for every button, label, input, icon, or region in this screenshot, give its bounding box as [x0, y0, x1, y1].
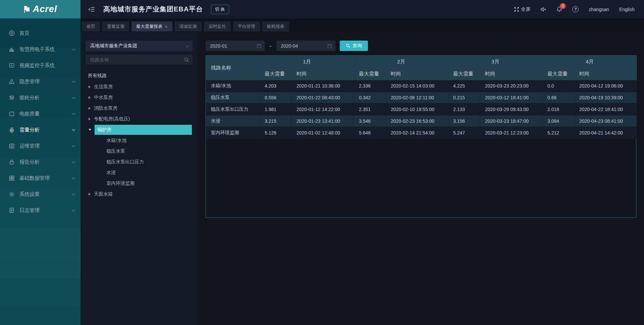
sidebar-item-energy-analysis[interactable]: 能耗分析	[0, 90, 80, 106]
tree-node-stabilized-pump[interactable]: 稳压水泵	[86, 146, 193, 157]
caret-right-icon[interactable]	[89, 193, 91, 196]
chevron-down-icon	[72, 160, 75, 163]
cell-time: 2020-04-19 10:39:00	[575, 92, 637, 104]
cell-line-name: 室内环境监测	[206, 127, 260, 139]
cell-demand: 4.225	[448, 80, 480, 92]
cell-demand: 3.156	[448, 115, 480, 127]
page-tabbar: 首页 需量监测 最大需量报表 × 谐波监测 实时监控 平台管理	[80, 18, 644, 32]
chevron-down-icon	[72, 47, 75, 50]
tab-harmonic-monitor[interactable]: 谐波监测	[175, 21, 202, 32]
smart-power-icon	[9, 46, 15, 52]
sidebar-item-video-monitor[interactable]: 视频监控子系统	[0, 57, 80, 73]
caret-right-icon[interactable]	[89, 118, 91, 120]
tab-energy-report[interactable]: 能耗报表	[262, 21, 289, 32]
table-row: 稳压水泵 0.556 2020-01-22 08:43:00 0.342 202…	[206, 92, 637, 104]
chevron-down-icon	[72, 208, 75, 211]
table-row: 水箱/水池 4.203 2020-01-21 10:36:00 2.336 20…	[206, 80, 637, 92]
menu-collapse-icon[interactable]	[87, 5, 96, 14]
col-header-demand: 最大需量	[260, 68, 292, 80]
caret-down-icon[interactable]	[89, 129, 91, 131]
max-demand-table: 线路名称 1月 2月 3月 4月 最大需量 时间 最大需量	[206, 55, 636, 218]
caret-right-icon[interactable]	[89, 86, 91, 88]
sidebar-label: 报告分析	[19, 159, 72, 165]
fullscreen-button[interactable]: 全屏	[514, 6, 530, 12]
cell-demand: 2.133	[448, 104, 480, 115]
base-data-icon	[9, 175, 15, 181]
calendar-icon	[257, 44, 261, 48]
cell-demand: 3.546	[354, 115, 386, 127]
tree-node-indoor-env[interactable]: 室内环境监测	[86, 178, 193, 189]
tab-realtime-monitor[interactable]: 实时监控	[204, 21, 231, 32]
tree-node-fire-pump[interactable]: 消防水泵房	[86, 103, 193, 114]
cell-demand: 5.247	[448, 127, 480, 139]
company-select[interactable]: 高地城市服务产业集团	[86, 41, 193, 51]
tab-max-demand-report[interactable]: 最大需量报表 ×	[131, 21, 172, 32]
tab-label: 平台管理	[238, 23, 255, 30]
sidebar-item-log[interactable]: 日志管理	[0, 202, 80, 218]
app-window: Acrel 高地城市服务产业集团EBA平台 切 换 全屏	[0, 0, 644, 325]
sidebar-item-operations[interactable]: 运维管理	[0, 138, 80, 154]
col-header-time: 时间	[386, 68, 448, 80]
notifications-button[interactable]: 0	[556, 6, 562, 12]
cell-time: 2020-02-10 19:55:00	[386, 104, 448, 115]
help-button[interactable]: ?	[572, 6, 579, 12]
search-icon[interactable]	[184, 57, 189, 62]
sidebar-item-home[interactable]: 首页	[0, 25, 80, 41]
sidebar-item-demand-analysis[interactable]: 需量分析	[0, 122, 80, 138]
selected-node-highlight: 锅炉房	[95, 125, 192, 135]
tree-node-water-tank[interactable]: 水箱/水池	[86, 135, 193, 146]
sidebar-label: 智慧用电子系统	[19, 46, 72, 53]
cell-demand: 2.018	[543, 104, 575, 115]
tree-node-boiler-room[interactable]: 锅炉房	[86, 124, 193, 135]
sidebar-item-power-quality[interactable]: 电能质量	[0, 106, 80, 122]
query-button[interactable]: 查询	[340, 41, 368, 51]
caret-right-icon[interactable]	[89, 96, 91, 99]
tab-platform-manage[interactable]: 平台管理	[233, 21, 260, 32]
sidebar-label: 视频监控子系统	[19, 62, 75, 69]
header-main: 高地城市服务产业集团EBA平台 切 换 全屏	[80, 0, 644, 18]
tree-node-roof-tank[interactable]: 天面水箱	[86, 189, 193, 200]
cell-demand: 0.556	[260, 92, 292, 104]
sidebar-label: 首页	[19, 30, 75, 37]
start-date-picker[interactable]: 2020-01	[206, 41, 265, 51]
tree-node-water-immersion[interactable]: 水浸	[86, 167, 193, 178]
sidebar-label: 运维管理	[19, 143, 72, 149]
tree-root-all-lines[interactable]: 所有线路	[86, 70, 193, 82]
language-switch[interactable]: English	[619, 7, 635, 12]
sidebar-item-hazard[interactable]: 隐患管理	[0, 73, 80, 90]
switch-button[interactable]: 切 换	[211, 5, 229, 14]
mute-button[interactable]	[540, 7, 546, 12]
cell-demand: 3.084	[543, 115, 575, 127]
sidebar-item-report-analysis[interactable]: 报告分析	[0, 154, 80, 170]
chevron-down-icon	[72, 111, 75, 115]
close-icon[interactable]: ×	[165, 24, 168, 29]
tab-demand-monitor[interactable]: 需量监测	[102, 21, 129, 32]
end-date-picker[interactable]: 2020-04	[276, 41, 335, 51]
cell-time: 2020-01-22 08:43:00	[292, 92, 354, 104]
tree-node-living-pump[interactable]: 生活泵房	[86, 82, 193, 92]
sidebar-item-base-data[interactable]: 基础数据管理	[0, 170, 80, 186]
tree-node-label: 稳压水泵出口压力	[106, 159, 144, 165]
cell-time: 2020-01-21 10:36:00	[292, 80, 354, 92]
tree-node-power-room[interactable]: 专配电房(高低压)	[86, 114, 193, 124]
cell-line-name: 稳压水泵出口压力	[206, 104, 260, 115]
video-monitor-icon	[9, 62, 15, 68]
cell-time: 2020-01-12 14:22:00	[292, 104, 354, 115]
tree-node-label: 室内环境监测	[106, 180, 135, 186]
tree-node-pump-outlet-pressure[interactable]: 稳压水泵出口压力	[86, 157, 193, 167]
sidebar-item-smart-power[interactable]: 智慧用电子系统	[0, 41, 80, 57]
line-search-input[interactable]	[90, 57, 184, 62]
username[interactable]: zhangsan	[589, 7, 609, 12]
top-header: Acrel 高地城市服务产业集团EBA平台 切 换 全屏	[0, 0, 644, 18]
fullscreen-icon	[514, 7, 519, 12]
tab-label: 实时监控	[209, 23, 226, 30]
col-header-demand: 最大需量	[448, 68, 480, 80]
cell-time: 2020-04-23 08:41:00	[575, 115, 637, 127]
caret-right-icon[interactable]	[89, 107, 91, 110]
sidebar-item-settings[interactable]: 系统设置	[0, 186, 80, 202]
main-sidebar: 首页 智慧用电子系统 视频	[0, 18, 80, 325]
cell-time: 2020-01-23 13:41:00	[292, 115, 354, 127]
tree-node-reclaimed-water-pump[interactable]: 中水泵房	[86, 92, 193, 103]
col-header-time: 时间	[575, 68, 637, 80]
tab-home[interactable]: 首页	[82, 21, 100, 32]
